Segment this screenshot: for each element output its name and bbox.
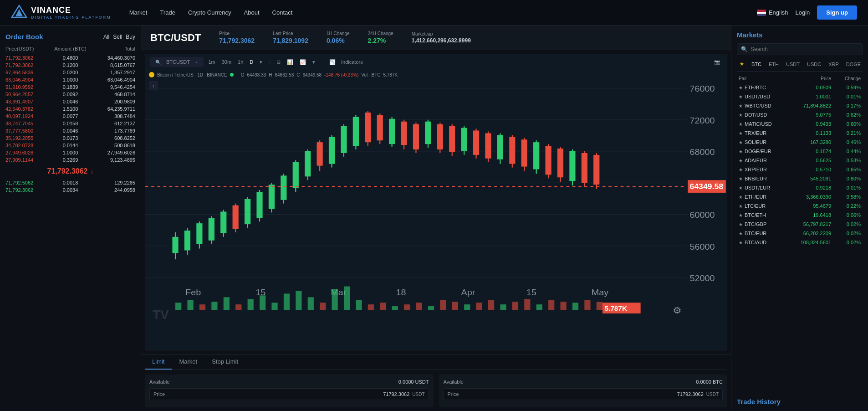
sell-row[interactable]: 27,909.11440.32699,123.4895 [5,156,135,164]
svg-text:76000: 76000 [690,84,715,93]
star-icon[interactable]: ★ [739,122,743,127]
star-icon[interactable]: ★ [739,213,743,218]
sell-row[interactable]: 37,777.58000.0046173.7769 [5,127,135,134]
star-icon[interactable]: ★ [739,149,743,154]
tab-stop-limit[interactable]: Stop Limit [204,354,245,370]
market-row[interactable]: ★ XRP/EUR 0.5710 0.65% [737,165,863,174]
chart-bar-icon[interactable]: ⊟ [275,58,282,66]
star-icon[interactable]: ★ [739,85,743,90]
tf-dropdown-icon[interactable]: ▾ [258,58,264,66]
chart-type-dropdown[interactable]: ▾ [311,58,317,66]
tab-market[interactable]: Market [172,354,204,370]
svg-rect-102 [224,297,230,310]
sell-row[interactable]: 51,910.95920.18399,546.4254 [5,83,135,91]
nav-market[interactable]: Market [129,9,148,16]
tab-limit[interactable]: Limit [145,354,172,370]
market-row[interactable]: ★ BTC/AUD 108,824.5601 0.02% [737,238,863,247]
tab-btc[interactable]: BTC [749,60,764,68]
tab-usdc[interactable]: USDC [804,60,824,68]
symbol-btn[interactable]: 🔍 BTCUSDT + [150,57,204,67]
buy-price-row[interactable]: Price 71792.3062 USDT [149,388,429,400]
indicators-btn[interactable]: 📉 Indicators [327,58,365,66]
ob-columns: Price(USDT) Amount (BTC) Total [5,46,135,51]
star-icon[interactable]: ★ [739,158,743,163]
market-row[interactable]: ★ MATIC/USD 0.9433 0.60% [737,119,863,128]
star-icon[interactable]: ★ [739,176,743,181]
sell-row[interactable]: 40,097.19240.0077308.7484 [5,113,135,120]
star-icon[interactable]: ★ [739,222,743,227]
market-tabs: ★ BTC ETH USDT USDC XRP DOGE › [737,60,863,72]
market-row[interactable]: ★ SOL/EUR 167.3280 0.46% [737,138,863,147]
search-box[interactable]: 🔍 [737,43,863,55]
sell-row[interactable]: 34,782.07280.0144500.8618 [5,142,135,149]
sell-row[interactable]: 38,747.70450.0158612.2137 [5,120,135,127]
star-icon[interactable]: ★ [739,185,743,190]
market-row[interactable]: ★ DOGE/EUR 0.1874 0.44% [737,147,863,156]
market-row[interactable]: ★ BTC/EUR 66,202.2209 0.02% [737,229,863,238]
language-selector[interactable]: English [757,9,788,16]
ob-filter-buy[interactable]: Buy [126,34,135,40]
sell-row[interactable]: 67,864.58360.02001,357.2917 [5,69,135,76]
buy-row[interactable]: 71,792.30620.0034244.0958 [5,186,135,194]
search-input[interactable] [751,46,858,52]
tab-eth[interactable]: ETH [766,60,781,68]
tf-1d[interactable]: D [248,58,255,66]
chart-candle-icon[interactable]: 📊 [285,58,295,66]
market-row[interactable]: ★ ETH/EUR 3,366.0390 0.58% [737,192,863,201]
market-pair: ADA/EUR [745,158,767,163]
signup-button[interactable]: Sign up [817,5,857,20]
sell-total: 34,460.3070 [92,55,135,61]
buy-row[interactable]: 71,792.50620.0018129.2265 [5,179,135,186]
sell-row[interactable]: 63,046.49041.000063,046.4904 [5,76,135,83]
nav-crypto[interactable]: Crypto Currency [188,9,231,16]
chart-line-icon[interactable]: 📈 [298,58,308,66]
star-icon[interactable]: ★ [739,94,743,99]
expand-btn[interactable]: ↕ [149,81,158,90]
sell-row[interactable]: 50,964.28570.0092468.8714 [5,91,135,98]
tab-star[interactable]: ★ [737,60,747,68]
star-icon[interactable]: ★ [739,140,743,145]
chart-screenshot-btn[interactable]: 📷 [712,59,722,65]
sell-price: 40,097.1924 [5,113,49,119]
sell-row[interactable]: 43,691.49070.0046200.9809 [5,98,135,105]
nav-trade[interactable]: Trade [160,9,175,16]
market-row[interactable]: ★ BTC/ETH 19.6418 0.06% [737,211,863,220]
sell-row[interactable]: 71,792.30620.480034,460.3070 [5,54,135,62]
sell-price: 27,909.1144 [5,157,49,163]
tf-30m[interactable]: 30m [220,58,233,66]
market-row[interactable]: ★ USDT/USD 1.0001 0.01% [737,92,863,101]
star-icon[interactable]: ★ [739,131,743,136]
sell-price-row[interactable]: Price 71792.3062 USDT [444,388,723,400]
star-icon[interactable]: ★ [739,240,743,245]
market-row[interactable]: ★ DOT/USD 9.0775 0.62% [737,110,863,119]
ob-filter-sell[interactable]: Sell [113,34,122,40]
market-row[interactable]: ★ ETH/BTC 0.0509 0.59% [737,83,863,92]
sell-row[interactable]: 27,949.60261.000027,949.6026 [5,149,135,156]
star-icon[interactable]: ★ [739,103,743,108]
tab-usdt[interactable]: USDT [783,60,802,68]
tab-xrp[interactable]: XRP [826,60,842,68]
login-button[interactable]: Login [796,9,810,16]
star-icon[interactable]: ★ [739,167,743,172]
sell-row[interactable]: 42,540.37821.510064,235.9711 [5,105,135,113]
market-row[interactable]: ★ ADA/EUR 0.5625 0.53% [737,156,863,165]
market-row[interactable]: ★ USDT/EUR 0.9218 0.01% [737,183,863,192]
nav-about[interactable]: About [244,9,260,16]
star-icon[interactable]: ★ [739,231,743,236]
nav-contact[interactable]: Contact [272,9,293,16]
tab-doge[interactable]: DOGE [843,60,863,68]
market-row[interactable]: ★ BTC/GBP 56,797.8217 0.02% [737,220,863,229]
market-row[interactable]: ★ WBTC/USD 71,894.8822 0.17% [737,101,863,110]
sell-row[interactable]: 35,192.20550.0173608.8252 [5,134,135,142]
ob-filter-all[interactable]: All [103,34,109,40]
star-icon[interactable]: ★ [739,113,743,118]
market-row[interactable]: ★ BNB/EUR 545.2091 0.80% [737,174,863,183]
market-row[interactable]: ★ TRX/EUR 0.1133 0.21% [737,128,863,138]
sell-row[interactable]: 71,792.30620.12008,615.0767 [5,62,135,69]
tf-1m[interactable]: 1m [206,58,217,66]
star-icon[interactable]: ★ [739,204,743,209]
logo[interactable]: VINANCE DIGITAL TRADING PLATFORM [11,5,111,21]
tf-1h[interactable]: 1h [236,58,245,66]
market-row[interactable]: ★ LTC/EUR 95.4679 0.22% [737,201,863,211]
star-icon[interactable]: ★ [739,195,743,200]
